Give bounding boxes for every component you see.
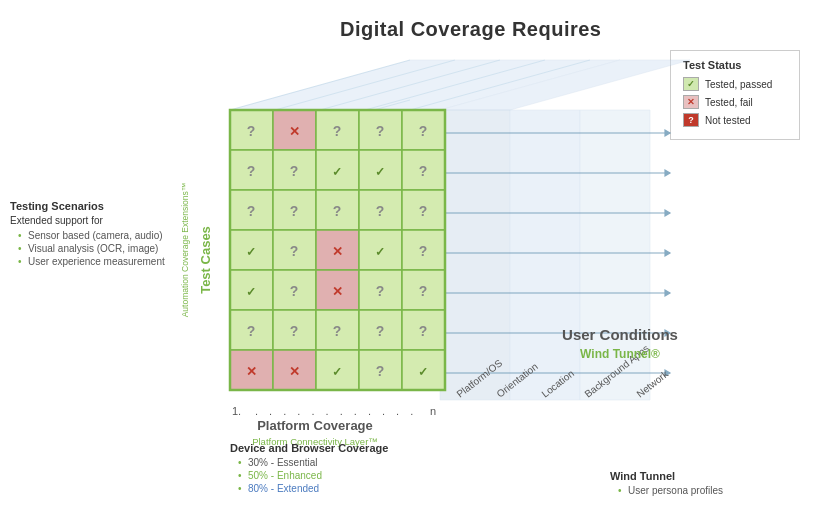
svg-text:?: ?	[419, 163, 428, 179]
svg-marker-20	[665, 170, 670, 176]
svg-text:?: ?	[290, 323, 299, 339]
svg-text:✓: ✓	[246, 285, 256, 299]
svg-text:?: ?	[419, 323, 428, 339]
legend-label-fail: Tested, fail	[705, 97, 753, 108]
list-item: User persona profiles	[618, 485, 750, 496]
svg-text:Test Cases: Test Cases	[198, 226, 213, 294]
wind-tunnel-list: User persona profiles	[610, 485, 750, 496]
svg-text:?: ?	[247, 323, 256, 339]
svg-text:?: ?	[419, 243, 428, 259]
svg-text:?: ?	[419, 203, 428, 219]
chart-svg: ? ✕ ? ? ? ? ? ✓ ✓ ? ? ? ?	[130, 30, 710, 490]
svg-text:✓: ✓	[375, 245, 385, 259]
svg-marker-26	[665, 290, 670, 296]
list-item: 50% - Enhanced	[238, 470, 430, 481]
svg-text:?: ?	[290, 163, 299, 179]
svg-text:?: ?	[247, 203, 256, 219]
svg-text:✓: ✓	[246, 245, 256, 259]
svg-marker-24	[665, 250, 670, 256]
svg-text:?: ?	[333, 123, 342, 139]
svg-text:?: ?	[376, 283, 385, 299]
list-item: 30% - Essential	[238, 457, 430, 468]
list-item: 80% - Extended	[238, 483, 430, 494]
svg-text:?: ?	[376, 323, 385, 339]
legend-label-passed: Tested, passed	[705, 79, 772, 90]
svg-text:✓: ✓	[418, 365, 428, 379]
page: Digital Coverage Requires Test Status ✓ …	[0, 0, 820, 526]
svg-text:✓: ✓	[332, 165, 342, 179]
svg-text:Wind Tunnel®: Wind Tunnel®	[580, 347, 660, 361]
svg-text:Automation Coverage Extensions: Automation Coverage Extensions™	[180, 183, 190, 318]
svg-text:✓: ✓	[375, 165, 385, 179]
svg-text:✕: ✕	[332, 284, 343, 299]
device-coverage-list: 30% - Essential 50% - Enhanced 80% - Ext…	[230, 457, 430, 494]
svg-text:?: ?	[419, 283, 428, 299]
svg-marker-3	[510, 110, 580, 400]
svg-text:?: ?	[247, 123, 256, 139]
svg-marker-2	[440, 110, 510, 400]
svg-text:User Conditions: User Conditions	[562, 326, 678, 343]
svg-text:?: ?	[376, 363, 385, 379]
wind-tunnel-title: Wind Tunnel	[610, 470, 750, 482]
device-coverage-title: Device and Browser Coverage	[230, 442, 430, 454]
svg-text:?: ?	[290, 283, 299, 299]
wind-tunnel-box: Wind Tunnel User persona profiles	[610, 470, 750, 496]
svg-text:n: n	[430, 405, 436, 417]
svg-text:Platform Coverage: Platform Coverage	[257, 418, 373, 433]
svg-text:✕: ✕	[246, 364, 257, 379]
svg-text:✕: ✕	[332, 244, 343, 259]
svg-text:✕: ✕	[289, 364, 300, 379]
svg-text:?: ?	[290, 203, 299, 219]
svg-text:✓: ✓	[332, 365, 342, 379]
svg-text:?: ?	[376, 123, 385, 139]
svg-marker-22	[665, 210, 670, 216]
svg-text:?: ?	[247, 163, 256, 179]
svg-text:?: ?	[333, 203, 342, 219]
svg-text:1.: 1.	[232, 405, 241, 417]
svg-text:?: ?	[419, 123, 428, 139]
svg-text:?: ?	[290, 243, 299, 259]
svg-text:?: ?	[376, 203, 385, 219]
legend-label-not-tested: Not tested	[705, 115, 751, 126]
svg-text:?: ?	[333, 323, 342, 339]
svg-text:. . . . . . . . . . . .: . . . . . . . . . . . .	[255, 405, 417, 417]
svg-text:✕: ✕	[289, 124, 300, 139]
device-coverage: Device and Browser Coverage 30% - Essent…	[230, 442, 430, 496]
svg-marker-18	[665, 130, 670, 136]
